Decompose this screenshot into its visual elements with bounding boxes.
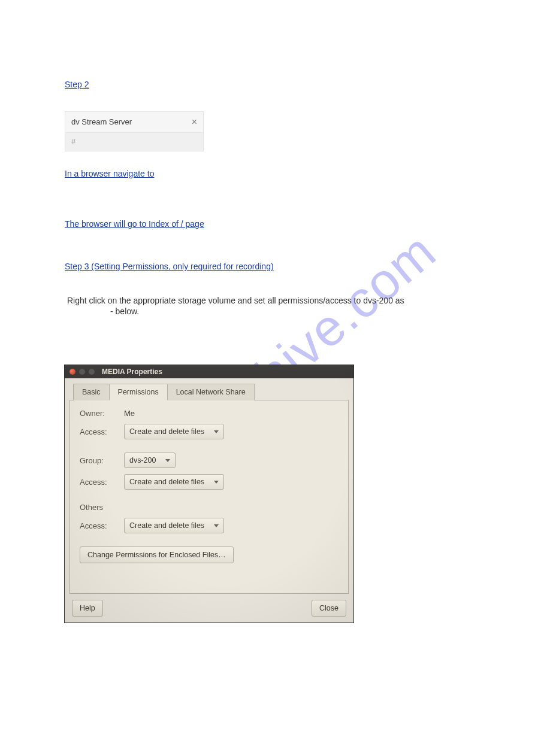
window-max-icon[interactable] <box>89 369 95 375</box>
help-button[interactable]: Help <box>72 600 103 617</box>
url-placeholder: # <box>71 137 75 146</box>
instruction-text-2: - below. <box>65 306 478 316</box>
dialog-titlebar: MEDIA Properties <box>65 365 353 378</box>
dialog-tabs: Basic Permissions Local Network Share <box>73 383 255 400</box>
tab-permissions[interactable]: Permissions <box>109 384 168 400</box>
chevron-down-icon <box>214 430 219 433</box>
access-label-2: Access: <box>80 478 114 487</box>
browser-url-bar[interactable]: # <box>65 132 204 151</box>
owner-access-combo[interactable]: Create and delete files <box>124 424 224 439</box>
window-close-icon[interactable] <box>69 369 75 375</box>
properties-dialog-photo: MEDIA Properties Basic Permissions Local… <box>65 365 353 623</box>
others-access-combo[interactable]: Create and delete files <box>124 518 224 533</box>
owner-value: Me <box>124 409 135 418</box>
chevron-down-icon <box>165 459 170 462</box>
group-access-combo[interactable]: Create and delete files <box>124 474 224 490</box>
step2-link[interactable]: Step 2 <box>65 80 89 89</box>
others-label: Others <box>80 503 114 512</box>
chevron-down-icon <box>214 481 219 484</box>
dialog-title: MEDIA Properties <box>102 368 162 376</box>
chevron-down-icon <box>214 524 219 527</box>
close-button[interactable]: Close <box>312 600 346 617</box>
group-combo[interactable]: dvs-200 <box>124 453 176 468</box>
window-min-icon[interactable] <box>79 369 85 375</box>
browser-tab-illustration: dv Stream Server × # <box>65 111 204 151</box>
step2c-link[interactable]: The browser will go to Index of / page <box>65 217 478 232</box>
change-enclosed-button[interactable]: Change Permissions for Enclosed Files… <box>80 546 234 563</box>
access-label: Access: <box>80 427 114 436</box>
tab-local-network-share[interactable]: Local Network Share <box>167 384 255 400</box>
instruction-text: Right click on the appropriate storage v… <box>65 296 478 305</box>
browser-tab[interactable]: dv Stream Server × <box>65 111 204 132</box>
step2b-link[interactable]: In a browser navigate to <box>65 167 478 181</box>
group-label: Group: <box>80 456 114 465</box>
close-icon[interactable]: × <box>192 117 197 127</box>
step3-link[interactable]: Step 3 (Setting Permissions, only requir… <box>65 260 478 274</box>
owner-label: Owner: <box>80 409 114 418</box>
tab-basic[interactable]: Basic <box>73 384 110 400</box>
dialog-panel: Owner: Me Access: Create and delete file… <box>69 400 349 594</box>
access-label-3: Access: <box>80 521 114 530</box>
browser-tab-title: dv Stream Server <box>71 117 132 126</box>
